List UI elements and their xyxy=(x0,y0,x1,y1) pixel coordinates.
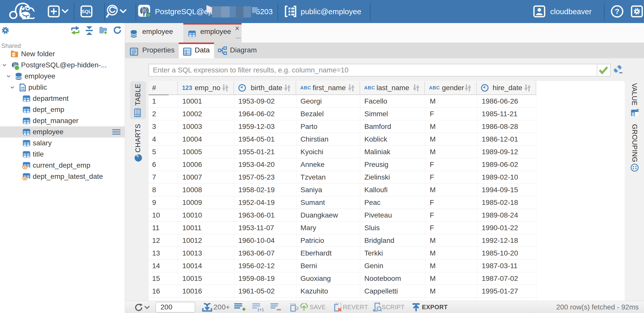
svg-text:SQL: SQL xyxy=(81,9,91,14)
svg-text:?: ? xyxy=(615,7,619,15)
svg-text:(+): (+) xyxy=(258,307,264,312)
